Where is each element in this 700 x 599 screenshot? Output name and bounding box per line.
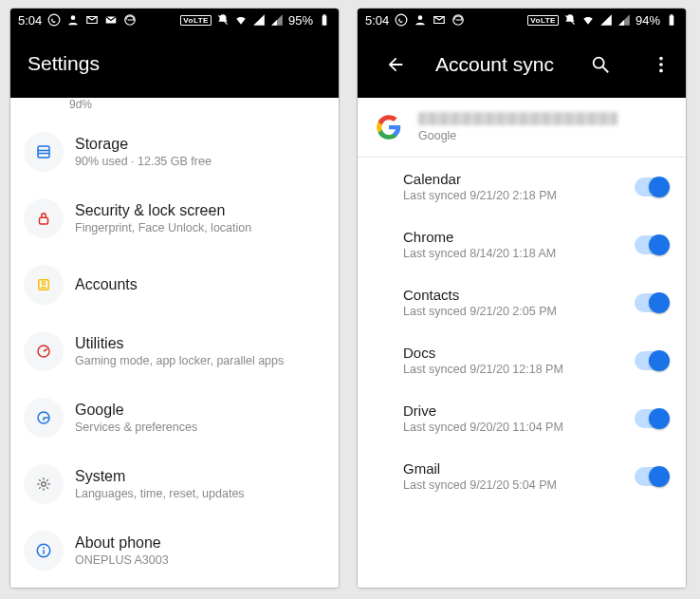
settings-item-subtitle: 90% used · 12.35 GB free [75, 155, 322, 168]
lock-icon [24, 198, 64, 238]
sync-item-subtitle: Last synced 8/14/20 1:18 AM [403, 247, 635, 260]
settings-item-subtitle: Services & preferences [75, 421, 322, 434]
statusbar-time: 5:04 [365, 13, 389, 28]
svg-point-15 [659, 63, 663, 66]
svg-point-12 [594, 58, 604, 68]
sync-item-title: Chrome [403, 229, 635, 245]
mute-icon [216, 13, 230, 27]
sync-item-subtitle: Last synced 9/21/20 12:18 PM [403, 363, 635, 376]
sync-item-contacts[interactable]: ContactsLast synced 9/21/20 2:05 PM [403, 273, 686, 331]
back-button[interactable] [375, 44, 416, 85]
person-icon [66, 13, 80, 27]
settings-item-subtitle: Languages, time, reset, updates [75, 487, 322, 500]
settings-item-title: About phone [75, 534, 322, 552]
settings-item-storage[interactable]: Storage90% used · 12.35 GB free [10, 119, 339, 185]
sync-toggle[interactable] [635, 351, 669, 370]
edge-icon [123, 13, 137, 27]
settings-item-utilities[interactable]: UtilitiesGaming mode, app locker, parall… [10, 318, 339, 384]
svg-rect-10 [670, 15, 674, 25]
email-icon [85, 13, 99, 27]
mute-icon [563, 13, 577, 27]
overflow-menu-button[interactable] [640, 44, 682, 85]
storage-icon [24, 132, 64, 172]
wifi-icon [581, 13, 595, 27]
battery-icon [318, 13, 331, 27]
sync-toggle[interactable] [635, 178, 669, 197]
statusbar-battery-pct: 94% [636, 13, 660, 28]
sync-toggle[interactable] [635, 409, 669, 428]
battery-icon [665, 13, 678, 27]
signal2-icon [270, 13, 284, 27]
email-icon [433, 13, 446, 27]
wifi-icon [234, 13, 248, 27]
svg-rect-5 [323, 14, 325, 15]
settings-item-title: System [75, 468, 322, 485]
account-email-blurred [418, 112, 617, 125]
edge-icon [451, 13, 465, 27]
person-icon [414, 13, 427, 27]
sync-item-docs[interactable]: DocsLast synced 9/21/20 12:18 PM [403, 331, 686, 389]
settings-item-google[interactable]: GoogleServices & preferences [10, 384, 339, 451]
svg-line-13 [603, 67, 609, 73]
sync-toggle[interactable] [635, 235, 669, 254]
settings-item-title: Accounts [75, 276, 322, 293]
info-icon [24, 531, 64, 571]
svg-point-0 [48, 14, 60, 26]
accounts-icon [24, 265, 64, 305]
gmail-icon [104, 13, 118, 27]
statusbar: 5:04 VoLTE 94% [358, 9, 686, 31]
svg-point-14 [659, 57, 663, 61]
sync-item-subtitle: Last synced 9/21/20 2:05 PM [403, 305, 635, 318]
account-provider: Google [418, 129, 671, 142]
sync-item-chrome[interactable]: ChromeLast synced 8/14/20 1:18 AM [403, 215, 686, 273]
whatsapp-icon [47, 13, 61, 27]
settings-item-security-lock-screen[interactable]: Security & lock screenFingerprint, Face … [10, 185, 339, 252]
svg-rect-4 [322, 15, 327, 25]
sync-item-drive[interactable]: DriveLast synced 9/20/20 11:04 PM [403, 389, 686, 447]
settings-item-title: Utilities [75, 335, 322, 352]
settings-item-system[interactable]: SystemLanguages, time, reset, updates [10, 451, 339, 517]
gear-icon [24, 464, 64, 504]
sync-item-title: Drive [403, 402, 635, 419]
utilities-icon [24, 331, 64, 371]
sync-item-calendar[interactable]: CalendarLast synced 9/21/20 2:18 PM [403, 158, 686, 215]
sync-item-title: Gmail [403, 460, 635, 477]
volte-icon: VoLTE [527, 15, 559, 26]
sync-item-subtitle: Last synced 9/20/20 11:04 PM [403, 421, 635, 434]
cutoff-previous-subtitle: 9d% [10, 98, 339, 119]
settings-item-subtitle: ONEPLUS A3003 [75, 553, 322, 567]
whatsapp-icon [395, 13, 408, 27]
sync-toggle[interactable] [635, 467, 669, 486]
sync-item-title: Calendar [403, 171, 635, 187]
account-header[interactable]: Google [358, 98, 686, 158]
settings-item-about-phone[interactable]: About phoneONEPLUS A3003 [10, 517, 339, 584]
google-logo-icon [373, 111, 405, 143]
sync-item-subtitle: Last synced 9/21/20 5:04 PM [403, 478, 635, 492]
sync-item-title: Docs [403, 345, 635, 361]
phone-settings: 5:04 VoLTE 95% Settings 9d% Storage90% u… [9, 8, 340, 589]
settings-item-subtitle: Fingerprint, Face Unlock, location [75, 221, 322, 234]
page-title: Account sync [435, 53, 561, 76]
settings-item-title: Google [75, 402, 322, 419]
sync-item-title: Contacts [403, 287, 635, 303]
page-title: Settings [28, 52, 335, 75]
svg-rect-11 [671, 14, 672, 15]
sync-item-subtitle: Last synced 9/21/20 2:18 PM [403, 189, 635, 202]
statusbar-battery-pct: 95% [288, 13, 313, 28]
volte-icon: VoLTE [180, 15, 212, 26]
svg-point-16 [659, 69, 663, 73]
svg-point-6 [396, 14, 407, 26]
sync-toggle[interactable] [635, 293, 669, 312]
settings-list: 9d% Storage90% used · 12.35 GB freeSecur… [10, 98, 339, 588]
sync-item-gmail[interactable]: GmailLast synced 9/21/20 5:04 PM [403, 447, 686, 505]
google-icon [24, 398, 64, 438]
svg-point-1 [71, 15, 76, 20]
settings-item-title: Storage [75, 136, 322, 153]
signal1-icon [599, 13, 613, 27]
statusbar-time: 5:04 [18, 13, 42, 28]
settings-item-accounts[interactable]: Accounts [10, 252, 339, 318]
signal1-icon [252, 13, 266, 27]
settings-item-title: Security & lock screen [75, 202, 322, 219]
search-button[interactable] [580, 44, 621, 85]
phone-account-sync: 5:04 VoLTE 94% Account sync [357, 8, 687, 589]
